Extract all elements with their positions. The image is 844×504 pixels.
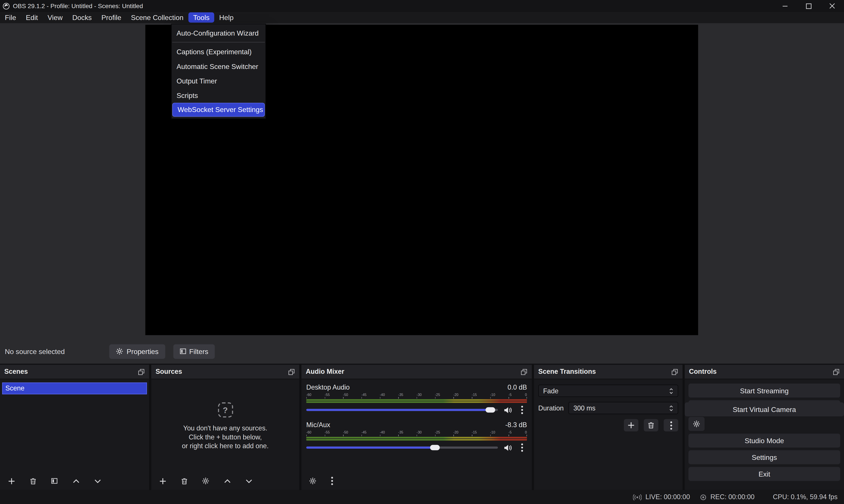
transition-options-button[interactable] — [664, 419, 678, 431]
filters-button-label: Filters — [189, 347, 208, 355]
source-properties-button[interactable] — [200, 475, 211, 486]
menubar-item[interactable]: Scene Collection — [126, 12, 188, 23]
sources-popout-button[interactable] — [288, 368, 295, 375]
minimize-button[interactable] — [773, 0, 797, 12]
window-controls — [773, 0, 844, 12]
meter-tick-label: -10 — [490, 430, 495, 435]
filters-icon — [51, 478, 57, 484]
empty-sources-text: You don't have any sources.Click the + b… — [182, 424, 269, 451]
volume-slider-handle[interactable] — [430, 445, 439, 450]
scenes-popout-button[interactable] — [138, 368, 145, 375]
remove-scene-button[interactable] — [28, 475, 38, 486]
plus-icon — [159, 478, 166, 484]
meter-tick-label: -60 — [306, 430, 311, 435]
meter-tick-label: -20 — [453, 430, 458, 435]
tools-menu-item[interactable]: WebSocket Server Settings — [172, 103, 265, 117]
docks-area: Scenes Scene Sources — [0, 365, 844, 490]
menubar-item[interactable]: Help — [214, 12, 239, 23]
scenes-panel-title: Scenes — [4, 368, 28, 376]
scene-transitions-title: Scene Transitions — [538, 368, 596, 376]
menubar-item[interactable]: Docks — [68, 12, 97, 23]
popout-icon — [521, 368, 528, 375]
mute-button[interactable] — [503, 443, 512, 452]
start-virtual-camera-button[interactable]: Start Virtual Camera — [685, 402, 844, 416]
meter-tickmarks — [306, 435, 527, 436]
gear-icon — [202, 477, 209, 485]
source-move-up-button[interactable] — [222, 475, 232, 486]
meter-tick-label: -60 — [306, 393, 311, 397]
filters-button[interactable]: Filters — [173, 344, 215, 359]
meter-scale: -60-55-50-45-40-35-30-25-20-15-10-50 — [306, 393, 527, 397]
channel-options-button[interactable] — [517, 443, 527, 452]
duration-spinbox[interactable]: 300 ms — [568, 402, 678, 414]
menubar-item[interactable]: Profile — [97, 12, 126, 23]
settings-button[interactable]: Settings — [688, 450, 840, 464]
exit-button[interactable]: Exit — [688, 467, 840, 481]
scenes-panel: Scenes Scene — [0, 365, 149, 490]
source-move-down-button[interactable] — [243, 475, 254, 486]
meter-tick-label: 0 — [525, 430, 527, 435]
tools-menu-item[interactable]: Output Timer — [172, 74, 265, 88]
statusbar: LIVE: 00:00:00 REC: 00:00:00 CPU: 0.1%, … — [0, 490, 844, 504]
volume-slider-handle[interactable] — [486, 407, 495, 412]
scenes-list: Scene — [0, 379, 149, 474]
menubar-item[interactable]: Edit — [21, 12, 42, 23]
trash-icon — [30, 478, 36, 484]
menubar-item[interactable]: File — [0, 12, 21, 23]
chevron-up-icon — [224, 479, 231, 483]
meter-tick-label: -45 — [362, 393, 367, 397]
start-streaming-button[interactable]: Start Streaming — [688, 384, 840, 398]
volume-meter — [306, 399, 527, 403]
add-source-button[interactable] — [157, 475, 168, 486]
tools-dropdown-menu: Auto-Configuration Wizard Captions (Expe… — [171, 24, 266, 119]
scene-transitions-panel: Scene Transitions Fade Duration 300 ms — [534, 365, 683, 490]
channel-options-button[interactable] — [517, 406, 527, 414]
gear-icon — [693, 420, 700, 428]
transition-select[interactable]: Fade — [538, 384, 678, 397]
studio-mode-button[interactable]: Studio Mode — [688, 433, 840, 448]
audio-mixer-popout-button[interactable] — [521, 368, 528, 375]
plus-icon — [628, 422, 635, 429]
volume-meter — [306, 437, 527, 440]
duration-value: 300 ms — [573, 404, 595, 412]
tools-menu-item[interactable]: Captions (Experimental) — [172, 44, 265, 59]
menubar-item[interactable]: Tools — [188, 12, 214, 23]
controls-header: Controls — [685, 365, 844, 379]
audio-mixer-panel: Audio Mixer Desktop Audio 0.0 dB -60-55-… — [301, 365, 532, 490]
mixer-options-button[interactable] — [327, 475, 337, 486]
meter-tick-label: -20 — [453, 393, 458, 397]
close-button[interactable] — [820, 0, 844, 12]
properties-button[interactable]: Properties — [109, 344, 165, 359]
popout-icon — [833, 368, 840, 375]
combo-arrows-icon — [669, 387, 673, 395]
popout-icon — [138, 368, 145, 375]
sources-empty-state[interactable]: ? You don't have any sources.Click the +… — [151, 379, 299, 474]
maximize-button[interactable] — [796, 0, 820, 12]
trash-icon — [181, 478, 188, 484]
tools-menu-item[interactable]: Automatic Scene Switcher — [172, 59, 265, 74]
tools-menu-item[interactable]: Auto-Configuration Wizard — [172, 26, 265, 40]
scene-move-down-button[interactable] — [92, 475, 103, 486]
volume-slider[interactable] — [306, 447, 498, 449]
gear-icon — [116, 347, 123, 355]
channel-level-db: -8.3 dB — [505, 421, 527, 429]
mute-button[interactable] — [503, 406, 512, 414]
scene-filters-button[interactable] — [49, 475, 60, 486]
tools-menu-item[interactable]: Scripts — [172, 88, 265, 103]
controls-popout-button[interactable] — [833, 368, 840, 375]
meter-tickmarks — [306, 397, 527, 399]
transitions-popout-button[interactable] — [671, 368, 678, 375]
add-transition-button[interactable] — [624, 419, 638, 431]
remove-transition-button[interactable] — [644, 419, 658, 431]
advanced-audio-button[interactable] — [307, 475, 318, 486]
remove-source-button[interactable] — [179, 475, 189, 486]
scene-move-up-button[interactable] — [71, 475, 81, 486]
volume-slider[interactable] — [306, 409, 498, 411]
minimize-icon — [782, 3, 788, 9]
virtual-camera-settings-button[interactable] — [688, 417, 704, 431]
menubar-item[interactable]: View — [42, 12, 68, 23]
add-scene-button[interactable] — [6, 475, 17, 486]
scene-list-item[interactable]: Scene — [2, 382, 147, 394]
mixer-channel-desktop-audio: Desktop Audio 0.0 dB -60-55-50-45-40-35-… — [306, 383, 527, 414]
volume-slider-fill — [306, 409, 490, 411]
